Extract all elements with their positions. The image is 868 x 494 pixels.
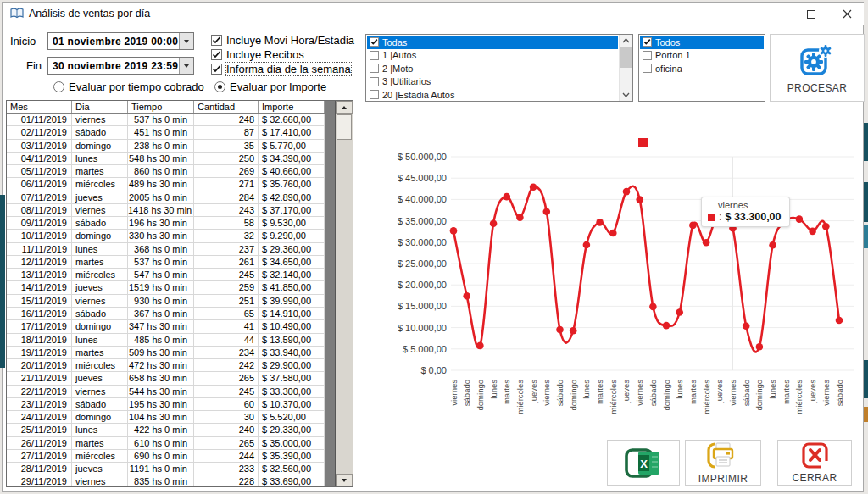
maximize-button[interactable] bbox=[793, 3, 830, 25]
cell: $ 5.520,00 bbox=[259, 411, 325, 424]
list-item[interactable]: Porton 1 bbox=[640, 49, 764, 63]
category-scrollbar[interactable] bbox=[619, 35, 632, 101]
cell: $ 35.000,00 bbox=[259, 437, 325, 450]
data-point[interactable] bbox=[609, 230, 617, 237]
cell: $ 34.650,00 bbox=[259, 256, 325, 269]
background-sliver bbox=[0, 195, 5, 368]
item-label: 1 |Autos bbox=[382, 50, 416, 60]
close-button[interactable] bbox=[831, 3, 864, 25]
maximize-icon bbox=[807, 10, 815, 19]
location-listbox[interactable]: TodosPorton 1oficina bbox=[638, 34, 765, 102]
imprimir-button[interactable]: IMPRIMIR bbox=[685, 440, 761, 486]
list-item[interactable]: 3 |Utilitarios bbox=[367, 75, 618, 89]
cell: 243 bbox=[194, 204, 259, 217]
data-point[interactable] bbox=[769, 241, 776, 249]
scroll-up-icon[interactable] bbox=[336, 101, 353, 114]
data-point[interactable] bbox=[822, 223, 830, 230]
check-icon bbox=[370, 38, 378, 46]
data-point[interactable] bbox=[476, 342, 484, 350]
radio-evaluar-importe[interactable] bbox=[214, 81, 225, 92]
checkbox-incluye-recibos[interactable] bbox=[211, 49, 222, 60]
cell: 21/11/2019 bbox=[7, 372, 72, 385]
item-checkbox[interactable] bbox=[370, 51, 379, 60]
cell: 835 hs 0 min bbox=[128, 475, 194, 487]
scrollbar-thumb[interactable] bbox=[337, 114, 352, 140]
data-point[interactable] bbox=[504, 193, 511, 201]
x-axis-label: sábado bbox=[742, 380, 751, 406]
list-item[interactable]: Todos bbox=[640, 36, 764, 49]
item-checkbox[interactable] bbox=[643, 51, 652, 60]
scroll-down-icon[interactable] bbox=[620, 89, 632, 101]
data-point[interactable] bbox=[583, 241, 591, 249]
export-excel-button[interactable]: X bbox=[607, 440, 680, 486]
item-checkbox[interactable] bbox=[370, 90, 379, 99]
item-checkbox[interactable] bbox=[643, 37, 652, 47]
item-checkbox[interactable] bbox=[370, 77, 379, 86]
cell: 18/11/2019 bbox=[7, 334, 72, 347]
data-point[interactable] bbox=[463, 292, 470, 300]
data-point[interactable] bbox=[676, 308, 683, 316]
chevron-down-icon[interactable] bbox=[179, 33, 193, 49]
data-point[interactable] bbox=[516, 214, 524, 222]
data-point[interactable] bbox=[490, 219, 498, 227]
inicio-date-picker[interactable]: 01 noviembre 2019 00:00 bbox=[47, 32, 194, 50]
list-item[interactable]: 2 |Moto bbox=[367, 62, 618, 75]
check-icon bbox=[212, 36, 221, 45]
y-axis-label: $ 45.000,00 bbox=[398, 173, 447, 183]
data-point[interactable] bbox=[796, 215, 804, 223]
cell: 1418 hs 30 min bbox=[128, 204, 194, 217]
category-listbox[interactable]: Todas1 |Autos2 |Moto3 |Utilitarios20 |Es… bbox=[365, 34, 633, 102]
data-point[interactable] bbox=[570, 327, 577, 335]
item-checkbox[interactable] bbox=[370, 37, 379, 47]
x-axis-label: viernes bbox=[449, 380, 459, 406]
item-checkbox[interactable] bbox=[643, 64, 652, 73]
data-point[interactable] bbox=[530, 184, 537, 191]
scroll-down-icon[interactable] bbox=[336, 474, 353, 486]
data-point[interactable] bbox=[836, 317, 843, 325]
checkbox-movi-hora-estadia[interactable] bbox=[211, 35, 222, 46]
data-point[interactable] bbox=[809, 228, 816, 236]
data-point[interactable] bbox=[543, 208, 551, 215]
list-item[interactable]: Todas bbox=[367, 36, 618, 49]
cerrar-button[interactable]: CERRAR bbox=[777, 440, 852, 486]
cell: 15/11/2019 bbox=[7, 295, 72, 308]
list-item[interactable]: 1 |Autos bbox=[367, 49, 618, 63]
chevron-down-icon[interactable] bbox=[179, 58, 193, 74]
data-point[interactable] bbox=[623, 188, 631, 196]
y-axis-label: $ 20.000,00 bbox=[398, 280, 447, 290]
list-item[interactable]: 20 |Estadia Autos bbox=[367, 88, 618, 102]
table-row: 22/11/2019viernes544 hs 30 min245$ 33.30… bbox=[7, 386, 325, 398]
table-row: 29/11/2019viernes835 hs 0 min228$ 33.690… bbox=[7, 475, 325, 487]
radio-evaluar-tiempo[interactable] bbox=[53, 81, 64, 92]
minimize-button[interactable] bbox=[754, 3, 792, 25]
data-point[interactable] bbox=[450, 227, 458, 235]
cell: 65 bbox=[194, 308, 259, 320]
data-point[interactable] bbox=[649, 303, 657, 311]
cell: 259 bbox=[194, 281, 259, 294]
cell: $ 37.580,00 bbox=[259, 372, 325, 385]
table-row: 03/11/2019domingo238 hs 0 min35$ 5.770,0… bbox=[7, 140, 325, 153]
table-row: 11/11/2019lunes368 hs 0 min237$ 29.360,0… bbox=[7, 243, 325, 256]
scroll-up-icon[interactable] bbox=[620, 35, 632, 47]
table-scrollbar[interactable] bbox=[336, 101, 353, 486]
data-point[interactable] bbox=[556, 326, 564, 334]
data-point[interactable] bbox=[636, 196, 643, 203]
item-checkbox[interactable] bbox=[370, 64, 379, 73]
scrollbar-thumb[interactable] bbox=[620, 47, 632, 68]
table-row: 07/11/2019jueves2005 hs 0 min284$ 42.890… bbox=[7, 191, 325, 204]
data-point[interactable] bbox=[703, 239, 710, 247]
cell: 330 hs 30 min bbox=[128, 230, 194, 242]
list-item[interactable]: oficina bbox=[640, 62, 764, 75]
data-point[interactable] bbox=[756, 343, 764, 351]
data-point[interactable] bbox=[596, 219, 604, 226]
data-point[interactable] bbox=[663, 322, 670, 330]
data-point[interactable] bbox=[743, 322, 750, 330]
fin-date-picker[interactable]: 30 noviembre 2019 23:59 bbox=[47, 57, 194, 75]
location-items: TodosPorton 1oficina bbox=[640, 36, 764, 75]
cell: viernes bbox=[72, 295, 128, 308]
cell: 104 hs 30 min bbox=[128, 411, 194, 424]
procesar-button[interactable]: PROCESAR bbox=[770, 34, 865, 102]
cell: 367 hs 0 min bbox=[128, 308, 194, 320]
checkbox-informa-dia-semana[interactable] bbox=[211, 64, 222, 75]
data-point[interactable] bbox=[689, 222, 697, 230]
